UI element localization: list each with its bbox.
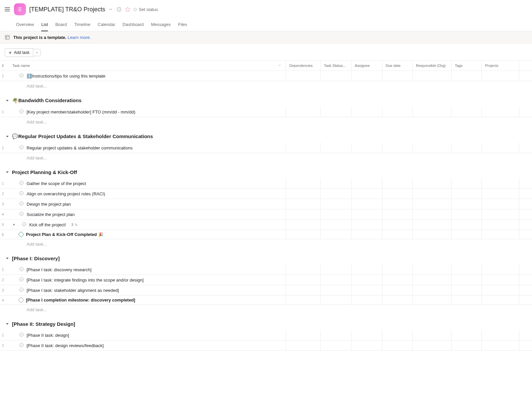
cell-status[interactable] — [321, 189, 351, 199]
cell-tags[interactable] — [452, 340, 482, 350]
complete-check-icon[interactable] — [22, 222, 27, 228]
col-assignee[interactable]: Assignee — [351, 61, 382, 71]
cell-projects[interactable] — [482, 199, 519, 209]
cell-dependencies[interactable] — [286, 285, 321, 295]
add-task-button[interactable]: Add task — [5, 48, 33, 57]
cell-assignee[interactable] — [351, 265, 382, 275]
cell-projects[interactable] — [482, 107, 519, 117]
cell-tags[interactable] — [452, 230, 482, 239]
task-name-cell[interactable]: [Phase II task: design reviews/feedback] — [6, 340, 286, 350]
cell-tags[interactable] — [452, 330, 482, 340]
table-row[interactable]: 1Regular project updates & stakeholder c… — [0, 143, 532, 153]
cell-tags[interactable] — [452, 199, 482, 209]
col-responsible[interactable]: Responsible (Org) — [413, 61, 452, 71]
complete-check-icon[interactable] — [19, 109, 24, 115]
task-name-cell[interactable]: Regular project updates & stakeholder co… — [6, 143, 286, 153]
cell-tags[interactable] — [452, 178, 482, 188]
star-icon[interactable] — [125, 7, 130, 12]
col-add[interactable] — [519, 61, 532, 71]
project-icon[interactable] — [14, 3, 26, 15]
cell-responsible[interactable] — [413, 330, 452, 340]
collapse-icon[interactable] — [5, 321, 9, 327]
col-due-date[interactable]: Due date — [382, 61, 413, 71]
chevron-down-icon[interactable] — [108, 7, 113, 12]
section-header[interactable]: [Phase II: Strategy Design] — [0, 314, 532, 330]
task-name-cell[interactable]: [Phase II task: design] — [6, 330, 286, 340]
tab-board[interactable]: Board — [55, 19, 67, 31]
cell-assignee[interactable] — [351, 275, 382, 285]
table-row[interactable]: 4Socialize the project plan — [0, 209, 532, 220]
cell-responsible[interactable] — [413, 275, 452, 285]
cell-status[interactable] — [321, 199, 351, 209]
table-row[interactable]: 5Kick off the project!3 — [0, 220, 532, 230]
cell-status[interactable] — [321, 220, 351, 230]
cell-dependencies[interactable] — [286, 230, 321, 239]
cell-responsible[interactable] — [413, 189, 452, 199]
table-row[interactable]: 2[Phase II task: design reviews/feedback… — [0, 340, 532, 351]
cell-responsible[interactable] — [413, 340, 452, 350]
set-status-button[interactable]: Set status — [134, 7, 158, 12]
cell-due[interactable] — [382, 230, 413, 239]
task-name-cell[interactable]: ℹ️Instructions/tips for using this templ… — [6, 71, 286, 81]
cell-status[interactable] — [321, 340, 351, 350]
cell-status[interactable] — [321, 230, 351, 239]
cell-assignee[interactable] — [351, 199, 382, 209]
cell-projects[interactable] — [482, 230, 519, 239]
cell-status[interactable] — [321, 143, 351, 153]
complete-check-icon[interactable] — [19, 211, 24, 217]
cell-projects[interactable] — [482, 220, 519, 230]
complete-check-icon[interactable] — [19, 342, 24, 348]
collapse-icon[interactable] — [5, 256, 9, 261]
project-title[interactable]: [TEMPLATE] TR&O Projects — [29, 6, 105, 13]
table-row[interactable]: 3[Phase I task: stakeholder alignment as… — [0, 285, 532, 296]
table-row[interactable]: 2Align on overarching project roles (RAC… — [0, 189, 532, 199]
cell-status[interactable] — [321, 71, 351, 81]
add-task-row[interactable]: Add task... — [0, 153, 532, 163]
cell-due[interactable] — [382, 265, 413, 275]
subtask-count[interactable]: 3 — [71, 223, 78, 227]
tab-timeline[interactable]: Timeline — [74, 19, 90, 31]
cell-responsible[interactable] — [413, 143, 452, 153]
cell-projects[interactable] — [482, 265, 519, 275]
table-row[interactable]: 1[Phase II task: design] — [0, 330, 532, 340]
cell-due[interactable] — [382, 220, 413, 230]
cell-dependencies[interactable] — [286, 189, 321, 199]
tab-calendar[interactable]: Calendar — [98, 19, 115, 31]
cell-responsible[interactable] — [413, 178, 452, 188]
cell-projects[interactable] — [482, 71, 519, 81]
cell-dependencies[interactable] — [286, 220, 321, 230]
task-name-cell[interactable]: [Phase I task: stakeholder alignment as … — [6, 285, 286, 295]
cell-due[interactable] — [382, 209, 413, 219]
table-row[interactable]: 6Project Plan & Kick-Off Completed 🎉 — [0, 230, 532, 239]
cell-tags[interactable] — [452, 71, 482, 81]
task-name-cell[interactable]: Align on overarching project roles (RACI… — [6, 189, 286, 199]
cell-responsible[interactable] — [413, 199, 452, 209]
col-tags[interactable]: Tags — [452, 61, 482, 71]
banner-link[interactable]: Learn more. — [67, 35, 91, 40]
cell-tags[interactable] — [452, 285, 482, 295]
cell-responsible[interactable] — [413, 296, 452, 305]
section-header[interactable]: [Phase I: Discovery] — [0, 249, 532, 265]
cell-dependencies[interactable] — [286, 209, 321, 219]
cell-assignee[interactable] — [351, 209, 382, 219]
section-header[interactable]: 🌴Bandwidth Considerations — [0, 91, 532, 107]
cell-tags[interactable] — [452, 143, 482, 153]
tab-files[interactable]: Files — [178, 19, 187, 31]
cell-assignee[interactable] — [351, 71, 382, 81]
tab-messages[interactable]: Messages — [151, 19, 171, 31]
table-row[interactable]: 2[Phase I task: integrate findings into … — [0, 275, 532, 285]
complete-check-icon[interactable] — [19, 201, 24, 207]
add-task-row[interactable]: Add task... — [0, 305, 532, 314]
cell-tags[interactable] — [452, 275, 482, 285]
cell-assignee[interactable] — [351, 230, 382, 239]
cell-dependencies[interactable] — [286, 340, 321, 350]
add-task-row[interactable]: Add task... — [0, 117, 532, 127]
tab-list[interactable]: List — [41, 19, 48, 31]
task-name-cell[interactable]: Design the project plan — [6, 199, 286, 209]
complete-check-icon[interactable] — [19, 277, 24, 283]
complete-check-icon[interactable] — [19, 332, 24, 338]
cell-projects[interactable] — [482, 178, 519, 188]
task-name-cell[interactable]: Project Plan & Kick-Off Completed 🎉 — [6, 230, 286, 239]
table-row[interactable]: 4[Phase I completion milestone: discover… — [0, 296, 532, 305]
cell-due[interactable] — [382, 199, 413, 209]
